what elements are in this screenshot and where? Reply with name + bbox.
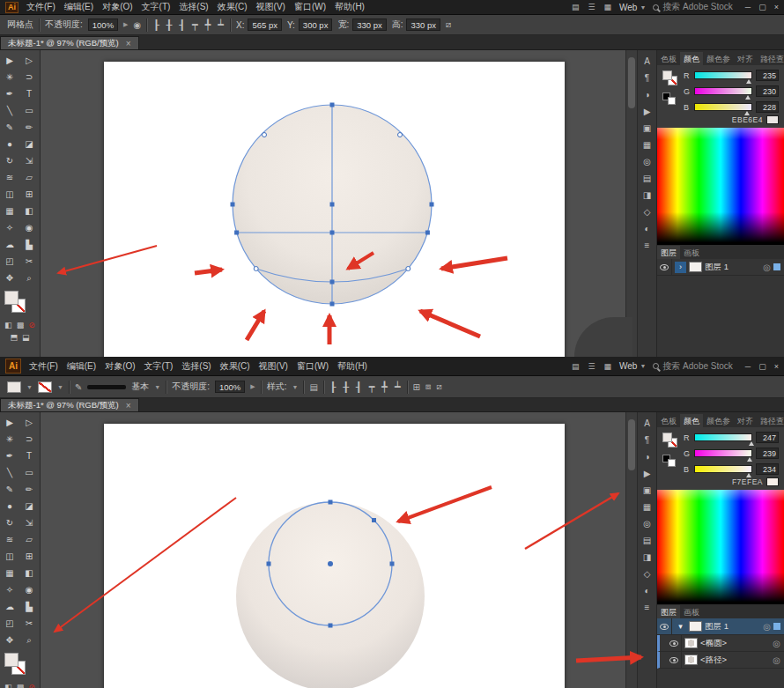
gradient-mode-icon[interactable]: ▩ — [17, 321, 25, 329]
mesh-tool[interactable]: ▦ — [0, 203, 19, 219]
fill-swatch[interactable] — [4, 653, 18, 667]
arrange-documents-icon[interactable]: ▦ — [603, 362, 613, 371]
character-panel-icon[interactable]: A — [644, 57, 650, 66]
panel-tab[interactable]: 对齐 — [734, 52, 757, 65]
menu-item[interactable]: 对象(O) — [104, 360, 136, 373]
visibility-toggle[interactable] — [657, 618, 672, 634]
align-icon[interactable]: ╇ — [381, 381, 388, 393]
free-transform-tool[interactable]: ▱ — [19, 169, 39, 186]
symbols-panel-icon[interactable]: ◨ — [643, 191, 651, 200]
panel-tab[interactable]: 图层 — [657, 246, 680, 259]
layer-name[interactable]: <椭圆> — [700, 638, 770, 649]
visibility-toggle[interactable] — [667, 635, 682, 651]
slider-handle[interactable] — [747, 457, 752, 462]
appearance-panel-icon[interactable]: ◎ — [643, 520, 651, 529]
graphic-styles-panel-icon[interactable]: ▤ — [643, 174, 651, 183]
none-mode-icon[interactable]: ⊘ — [28, 321, 35, 329]
sphere-artwork[interactable] — [236, 502, 425, 688]
align-icon[interactable]: ┨ — [178, 19, 186, 31]
align-icon[interactable]: ╇ — [204, 19, 212, 31]
eraser-tool[interactable]: ◪ — [19, 498, 39, 514]
navigator-panel-icon[interactable]: ≡ — [645, 603, 650, 612]
scrollbar-thumb[interactable] — [628, 57, 635, 108]
paintbrush-tool[interactable]: ✎ — [0, 119, 19, 136]
slider-handle[interactable] — [746, 79, 751, 84]
minimize-button[interactable]: ─ — [745, 362, 751, 371]
arrange-documents-icon[interactable]: ▦ — [603, 3, 613, 11]
vertical-scrollbar[interactable] — [625, 50, 637, 357]
screen-mode-icon[interactable]: ⬓ — [22, 333, 30, 342]
panel-tab[interactable]: 画板 — [680, 246, 703, 259]
panel-tab[interactable]: 对齐 — [734, 414, 757, 427]
zoom-tool[interactable]: ⌕ — [19, 632, 39, 648]
slider-handle[interactable] — [746, 473, 751, 477]
artboards-panel-icon[interactable]: ▦ — [643, 503, 651, 512]
rotate-tool[interactable]: ↻ — [0, 514, 19, 531]
hex-value[interactable]: F7EFEA — [732, 477, 763, 486]
panel-tab[interactable]: 色板 — [657, 414, 680, 427]
mini-fill-stroke[interactable] — [662, 432, 679, 475]
visibility-toggle[interactable] — [667, 652, 682, 668]
bridge-icon[interactable]: ▤ — [571, 3, 581, 11]
menu-item[interactable]: 对象(O) — [101, 1, 133, 13]
align-icon[interactable]: ╂ — [342, 381, 350, 393]
magic-wand-tool[interactable]: ✳ — [0, 69, 19, 85]
brush-definition-dropdown[interactable]: 基本 — [131, 381, 149, 393]
panel-tab[interactable]: 路径查 — [757, 52, 784, 65]
chevron-down-icon[interactable]: ▼ — [26, 384, 33, 390]
mini-fill-swatch[interactable] — [662, 70, 672, 80]
eyedropper-tool[interactable]: ✧ — [0, 581, 19, 598]
paragraph-panel-icon[interactable]: ¶ — [645, 74, 649, 83]
column-graph-tool[interactable]: ▙ — [19, 236, 39, 253]
vertical-scrollbar[interactable] — [625, 412, 637, 688]
panel-tab[interactable]: 路径查 — [757, 414, 784, 427]
perspective-grid-tool[interactable]: ⊞ — [19, 186, 39, 203]
none-mode-icon[interactable]: ⊘ — [28, 683, 35, 688]
type-tool[interactable]: T — [19, 448, 39, 464]
scrollbar-thumb[interactable] — [628, 419, 635, 470]
mesh-tool[interactable]: ▦ — [0, 565, 19, 581]
hand-tool[interactable]: ✥ — [0, 632, 19, 648]
navigator-panel-icon[interactable]: ≡ — [645, 241, 650, 250]
character-panel-icon[interactable]: A — [644, 419, 650, 428]
close-icon[interactable]: × — [126, 401, 131, 411]
pencil-tool[interactable]: ✏ — [19, 481, 39, 498]
menu-item[interactable]: 帮助(H) — [337, 360, 368, 373]
color-spectrum[interactable] — [657, 128, 784, 245]
draw-mode-icon[interactable]: ⬒ — [10, 333, 18, 342]
layer-name[interactable]: <路径> — [700, 655, 770, 666]
menu-item[interactable]: 文件(F) — [26, 1, 56, 13]
red-slider[interactable] — [694, 71, 752, 79]
menu-item[interactable]: 文字(T) — [141, 1, 172, 13]
menu-item[interactable]: 帮助(H) — [334, 1, 366, 13]
menu-item[interactable]: 窗口(W) — [296, 360, 329, 373]
align-icon[interactable]: ┷ — [217, 19, 225, 31]
white-swatch[interactable] — [668, 97, 676, 105]
restore-button[interactable]: ▢ — [758, 3, 766, 11]
layer-row[interactable]: <路径> ◎ — [657, 652, 784, 669]
lasso-tool[interactable]: ⊃ — [19, 69, 39, 85]
panel-tab[interactable]: 色板 — [657, 52, 680, 65]
transparency-panel-icon[interactable]: ◐ — [644, 587, 649, 596]
close-button[interactable]: × — [774, 3, 779, 11]
field-input[interactable]: 300 px — [299, 18, 333, 31]
selection-tool[interactable]: ▶ — [0, 52, 19, 69]
green-value-input[interactable]: 239 — [756, 448, 779, 459]
links-panel-icon[interactable]: ▣ — [643, 124, 651, 133]
layer-row[interactable]: › 图层 1 ◎ — [657, 259, 784, 276]
perspective-grid-tool[interactable]: ⊞ — [19, 548, 39, 565]
symbols-panel-icon[interactable]: ◨ — [643, 553, 651, 562]
red-value-input[interactable]: 235 — [756, 70, 779, 81]
target-icon[interactable]: ◎ — [773, 655, 780, 665]
stock-search-input[interactable]: 搜索 Adobe Stock — [653, 360, 732, 373]
mini-fill-swatch[interactable] — [662, 433, 672, 442]
panel-tab[interactable]: 颜色参 — [703, 414, 734, 427]
bridge-icon[interactable]: ▤ — [571, 362, 581, 371]
fill-stroke-indicator[interactable] — [0, 651, 40, 681]
sphere-artwork[interactable] — [233, 105, 432, 304]
fill-swatch[interactable] — [4, 291, 18, 305]
transform-more-icon[interactable]: ⧄ — [436, 381, 441, 392]
direct-selection-tool[interactable]: ▷ — [19, 52, 39, 69]
lasso-tool[interactable]: ⊃ — [19, 431, 39, 448]
menu-item[interactable]: 编辑(E) — [63, 1, 94, 13]
